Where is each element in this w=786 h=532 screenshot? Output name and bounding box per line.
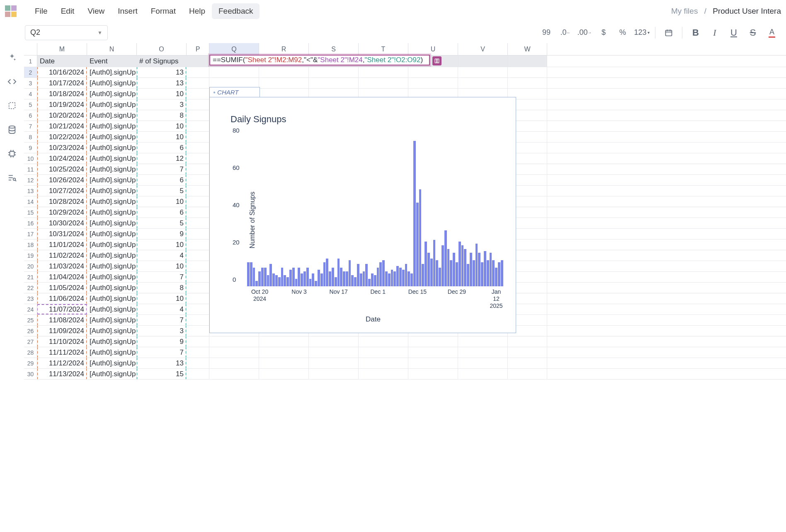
cell-empty[interactable]	[209, 67, 259, 77]
chart-tab[interactable]: ●CHART	[209, 87, 260, 97]
row-header[interactable]: 20	[24, 261, 37, 271]
col-header-Q[interactable]: Q	[209, 43, 259, 55]
cell-empty[interactable]	[187, 132, 209, 142]
cell-empty[interactable]	[458, 67, 508, 77]
cell-signups[interactable]: 5	[137, 218, 187, 228]
cell-event[interactable]: [Auth0].signUp	[87, 315, 137, 325]
cell-event[interactable]: [Auth0].signUp	[87, 99, 137, 110]
cell-empty[interactable]	[259, 347, 309, 358]
cell-empty[interactable]	[187, 153, 209, 164]
cell-empty[interactable]	[259, 78, 309, 88]
cell-signups[interactable]: 3	[137, 99, 187, 110]
cell-empty[interactable]	[187, 229, 209, 239]
cell-event[interactable]: [Auth0].signUp	[87, 326, 137, 336]
cell-date[interactable]: 10/24/2024	[37, 153, 87, 164]
menu-edit[interactable]: Edit	[54, 3, 81, 19]
numfmt-general-button[interactable]: 99	[537, 24, 556, 41]
row-header[interactable]: 4	[24, 89, 37, 99]
cell-signups[interactable]: 5	[137, 186, 187, 196]
cell-date[interactable]: 11/05/2024	[37, 283, 87, 293]
cell-empty[interactable]	[309, 78, 359, 88]
cell-date[interactable]: 11/11/2024	[37, 347, 87, 358]
menu-view[interactable]: View	[81, 3, 111, 19]
header-event[interactable]: Event	[87, 56, 137, 67]
col-header-O[interactable]: O	[137, 43, 187, 55]
col-header-V[interactable]: V	[458, 43, 508, 55]
cell-empty[interactable]	[187, 89, 209, 99]
col-header-W[interactable]: W	[508, 43, 547, 55]
cell-empty[interactable]	[187, 347, 209, 358]
cell-empty[interactable]	[359, 347, 408, 358]
search-list-icon[interactable]	[6, 172, 18, 184]
cell-date[interactable]: 10/29/2024	[37, 207, 87, 218]
cell-empty[interactable]	[187, 56, 209, 67]
cell-empty[interactable]	[187, 369, 209, 379]
cell-date[interactable]: 10/31/2024	[37, 229, 87, 239]
row-header[interactable]: 9	[24, 143, 37, 153]
cell-event[interactable]: [Auth0].signUp	[87, 121, 137, 131]
cell-empty[interactable]	[187, 207, 209, 218]
cell-signups[interactable]: 7	[137, 164, 187, 174]
row-header[interactable]: 11	[24, 164, 37, 174]
breadcrumb-current[interactable]: Product User Intera	[713, 7, 781, 15]
cell-empty[interactable]	[187, 272, 209, 282]
cell-event[interactable]: [Auth0].signUp	[87, 175, 137, 185]
cell-empty[interactable]	[187, 326, 209, 336]
cell-empty[interactable]	[408, 78, 458, 88]
cell-event[interactable]: [Auth0].signUp	[87, 261, 137, 271]
cell-empty[interactable]	[209, 336, 259, 347]
cell-date[interactable]: 11/13/2024	[37, 369, 87, 379]
cell-empty[interactable]	[259, 369, 309, 379]
cell-date[interactable]: 10/27/2024	[37, 186, 87, 196]
row-header[interactable]: 19	[24, 250, 37, 261]
row-header[interactable]: 7	[24, 121, 37, 131]
cell-signups[interactable]: 9	[137, 229, 187, 239]
cell-signups[interactable]: 6	[137, 207, 187, 218]
cell-event[interactable]: [Auth0].signUp	[87, 196, 137, 207]
row-header[interactable]: 5	[24, 99, 37, 110]
row-header[interactable]: 28	[24, 347, 37, 358]
cell-signups[interactable]: 7	[137, 347, 187, 358]
cell-empty[interactable]	[458, 358, 508, 368]
cell-empty[interactable]	[187, 358, 209, 368]
cell-signups[interactable]: 10	[137, 196, 187, 207]
cell-empty[interactable]	[187, 336, 209, 347]
database-icon[interactable]	[6, 123, 18, 136]
cell-signups[interactable]: 8	[137, 283, 187, 293]
cell-empty[interactable]	[187, 283, 209, 293]
date-format-button[interactable]	[660, 24, 678, 41]
cell-signups[interactable]: 4	[137, 304, 187, 314]
cell-empty[interactable]	[187, 186, 209, 196]
cell-signups[interactable]: 13	[137, 78, 187, 88]
row-header[interactable]: 27	[24, 336, 37, 347]
cell-signups[interactable]: 9	[137, 336, 187, 347]
number-format-dropdown[interactable]: 123▾	[633, 24, 651, 41]
cell-empty[interactable]	[359, 358, 408, 368]
cell-empty[interactable]	[408, 369, 458, 379]
cell-empty[interactable]	[359, 78, 408, 88]
text-color-button[interactable]: A	[763, 24, 781, 41]
row-header[interactable]: 16	[24, 218, 37, 228]
percent-button[interactable]: %	[614, 24, 632, 41]
cell-empty[interactable]	[458, 336, 508, 347]
cell-event[interactable]: [Auth0].signUp	[87, 67, 137, 77]
cell-event[interactable]: [Auth0].signUp	[87, 143, 137, 153]
cell-signups[interactable]: 10	[137, 89, 187, 99]
bold-button[interactable]: B	[687, 24, 705, 41]
cell-date[interactable]: 10/16/2024	[37, 67, 87, 77]
cell-empty[interactable]	[187, 110, 209, 121]
cell-event[interactable]: [Auth0].signUp	[87, 293, 137, 304]
cell-date[interactable]: 10/20/2024	[37, 110, 87, 121]
cell-date[interactable]: 10/21/2024	[37, 121, 87, 131]
cell-signups[interactable]: 6	[137, 175, 187, 185]
cell-empty[interactable]	[187, 239, 209, 250]
cell-date[interactable]: 10/28/2024	[37, 196, 87, 207]
col-header-P[interactable]: P	[187, 43, 209, 55]
cell-event[interactable]: [Auth0].signUp	[87, 89, 137, 99]
row-header[interactable]: 6	[24, 110, 37, 121]
cell-date[interactable]: 10/17/2024	[37, 78, 87, 88]
cell-date[interactable]: 11/04/2024	[37, 272, 87, 282]
cell-empty[interactable]	[187, 67, 209, 77]
cell-event[interactable]: [Auth0].signUp	[87, 283, 137, 293]
cell-signups[interactable]: 3	[137, 326, 187, 336]
